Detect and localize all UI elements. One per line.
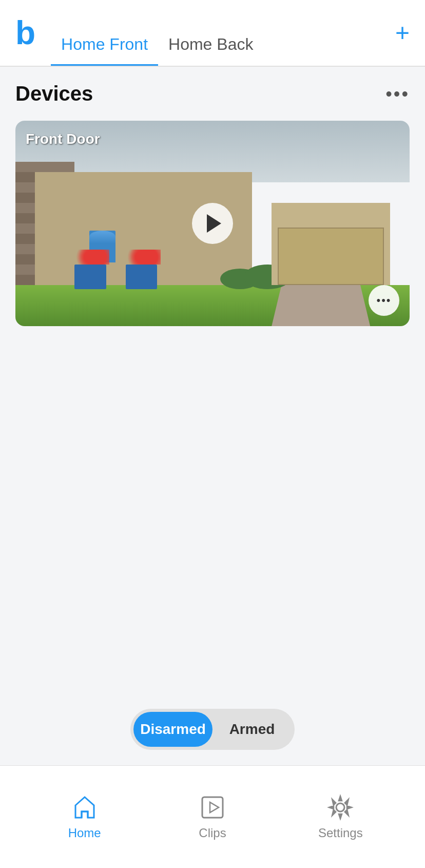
play-button[interactable] [192, 203, 233, 244]
nav-settings-label: Settings [318, 826, 363, 840]
tab-home-front[interactable]: Home Front [51, 0, 158, 66]
flower-pot-right [126, 265, 157, 289]
nav-settings[interactable]: Settings [277, 794, 404, 840]
settings-icon [327, 794, 354, 821]
garage-door [278, 228, 384, 285]
flowers-right [123, 250, 161, 265]
nav-clips-label: Clips [199, 826, 226, 840]
devices-more-button[interactable]: ••• [385, 83, 410, 105]
armed-label: Armed [229, 721, 275, 737]
flower-pot-left [74, 265, 106, 289]
garage [272, 203, 390, 285]
camera-name-label: Front Door [26, 131, 100, 147]
nav-clips[interactable]: Clips [148, 794, 276, 840]
svg-marker-1 [210, 802, 219, 813]
clips-icon [199, 794, 226, 821]
flowers-left [71, 250, 109, 265]
tab-home-back[interactable]: Home Back [158, 0, 263, 66]
nav-home[interactable]: Home [21, 794, 148, 840]
camera-more-dots: ••• [376, 294, 391, 307]
driveway [272, 285, 370, 326]
app-logo: b [15, 16, 35, 49]
devices-header: Devices ••• [15, 82, 410, 105]
disarmed-label: Disarmed [140, 721, 206, 737]
disarmed-button[interactable]: Disarmed [133, 712, 212, 747]
security-toggle: Disarmed Armed [130, 709, 295, 750]
nav-home-label: Home [68, 826, 101, 840]
camera-more-button[interactable]: ••• [369, 285, 399, 316]
security-toggle-area: Disarmed Armed [0, 709, 425, 750]
svg-point-2 [336, 803, 344, 812]
main-content: Devices ••• [0, 67, 425, 326]
tab-home-front-label: Home Front [61, 35, 148, 54]
header: b Home Front Home Back + [0, 0, 425, 67]
devices-title: Devices [15, 82, 93, 105]
tab-bar: Home Front Home Back [51, 0, 395, 66]
bottom-nav: Home Clips Settings [0, 765, 425, 868]
add-button[interactable]: + [395, 21, 410, 45]
home-icon [71, 794, 98, 821]
camera-card[interactable]: Front Door ••• [15, 121, 410, 326]
armed-button[interactable]: Armed [212, 712, 292, 747]
play-icon [207, 214, 221, 233]
tab-home-back-label: Home Back [168, 35, 253, 54]
door-arch [89, 231, 115, 243]
